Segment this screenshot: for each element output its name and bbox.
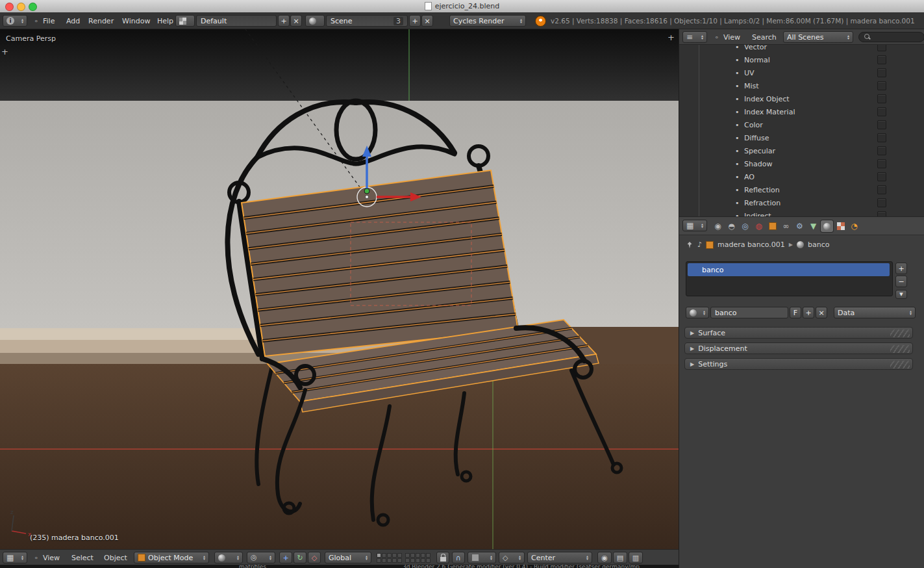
fake-user-button[interactable]: F (790, 307, 801, 318)
region-expand-icon[interactable]: + (1, 47, 8, 56)
outliner-row[interactable]: •Index Material (679, 106, 924, 118)
tab-render[interactable]: ◉ (712, 220, 724, 232)
material-link-dropdown[interactable]: Data ▴▾ (834, 307, 916, 318)
outliner-row[interactable]: •Normal (679, 54, 924, 66)
tab-world[interactable]: ◍ (753, 220, 765, 232)
render-pass-checkbox[interactable] (877, 68, 886, 77)
scene-name-field[interactable]: Scene 3 (326, 15, 408, 27)
render-pass-checkbox[interactable] (877, 55, 886, 64)
slot-specials-dropdown[interactable]: ▼ (895, 290, 907, 299)
add-layout-button[interactable]: + (278, 15, 290, 27)
add-scene-button[interactable]: + (409, 15, 421, 27)
breadcrumb-material[interactable]: banco (808, 240, 829, 249)
outliner-row[interactable]: •Indirect (679, 210, 924, 216)
add-material-slot-button[interactable]: + (895, 263, 907, 274)
render-pass-checkbox[interactable] (877, 133, 886, 142)
render-pass-checkbox[interactable] (877, 107, 886, 116)
panel-surface[interactable]: ▶ Surface (684, 327, 913, 339)
material-slot-list[interactable]: banco (686, 261, 893, 296)
breadcrumb-object[interactable]: madera banco.001 (718, 240, 785, 249)
menu-window[interactable]: Window (117, 12, 155, 29)
delete-scene-button[interactable]: × (421, 15, 433, 27)
delete-layout-button[interactable]: × (290, 15, 302, 27)
manipulator-translate-toggle[interactable]: + (279, 552, 292, 563)
outliner-row[interactable]: •UV (679, 67, 924, 79)
render-pass-checkbox[interactable] (877, 146, 886, 155)
outliner-row[interactable]: •Vector (679, 45, 924, 53)
editor-type-button[interactable]: i ▴▾ (3, 15, 27, 27)
menu-add[interactable]: Add (61, 12, 85, 29)
snap-toggle[interactable]: ∩ (452, 552, 465, 563)
tab-object-data[interactable]: ▼ (807, 220, 819, 232)
tab-constraints[interactable]: ∞ (780, 220, 792, 232)
3d-viewport[interactable]: Camera Persp + + x z (235) madera banco.… (0, 29, 679, 549)
zoom-button[interactable] (29, 3, 37, 11)
material-name-field[interactable]: banco (710, 307, 788, 318)
outliner-row[interactable]: •Color (679, 119, 924, 131)
outliner-row[interactable]: •AO (679, 171, 924, 183)
menu-select[interactable]: Select (66, 550, 99, 565)
material-slot-selected[interactable]: banco (688, 263, 890, 276)
menu-view[interactable]: View (38, 550, 65, 565)
render-pass-checkbox[interactable] (877, 172, 886, 181)
region-expand-icon[interactable]: + (668, 33, 675, 42)
menu-search[interactable]: Search (747, 29, 782, 45)
pivot-point-dropdown[interactable]: ◎ ▴▾ (247, 552, 275, 563)
menu-view[interactable]: View (718, 29, 745, 45)
tab-scene[interactable]: ◎ (739, 220, 751, 232)
render-pass-checkbox[interactable] (877, 45, 886, 51)
render-pass-checkbox[interactable] (877, 81, 886, 90)
tab-physics[interactable]: ◔ (848, 220, 860, 232)
viewport-shading-dropdown[interactable]: ▴▾ (214, 552, 243, 563)
bench-3d-model[interactable] (169, 29, 649, 549)
tab-material[interactable] (821, 220, 833, 232)
tab-texture[interactable] (834, 220, 847, 232)
menu-render[interactable]: Render (83, 12, 119, 29)
menu-file[interactable]: File (38, 12, 60, 29)
opengl-render-button[interactable]: ◉ (597, 552, 612, 563)
manipulator-scale-toggle[interactable]: ◇ (308, 552, 321, 563)
tab-modifiers[interactable]: ⚙ (793, 220, 806, 232)
render-pass-checkbox[interactable] (877, 94, 886, 103)
outliner-row[interactable]: •Refraction (679, 197, 924, 209)
tab-render-layers[interactable]: ◓ (725, 220, 738, 232)
layer-buttons-group-1[interactable] (377, 553, 402, 563)
screen-layout-browse-button[interactable] (175, 15, 195, 27)
screen-layout-name-field[interactable]: Default (196, 15, 277, 27)
browse-material-button[interactable]: ▴▾ (686, 307, 709, 318)
outliner-search-input[interactable] (858, 32, 924, 42)
snap-mode-dropdown[interactable]: ◇ ▴▾ (499, 552, 525, 563)
close-button[interactable] (5, 3, 14, 11)
minimize-button[interactable] (17, 3, 25, 11)
outliner-row[interactable]: •Diffuse (679, 132, 924, 144)
lock-to-scene-toggle[interactable] (436, 552, 449, 563)
mode-dropdown[interactable]: Object Mode ▴▾ (134, 552, 209, 563)
outliner-row[interactable]: •Reflection (679, 184, 924, 196)
render-engine-dropdown[interactable]: Cycles Render ▴▾ (449, 15, 526, 27)
render-pass-checkbox[interactable] (877, 159, 886, 168)
render-preview-button[interactable]: ▥ (629, 552, 643, 563)
opengl-render-anim-button[interactable]: ▤ (613, 552, 627, 563)
editor-type-button[interactable]: ▦ ▴▾ (3, 552, 27, 563)
outliner-row[interactable]: •Shadow (679, 158, 924, 170)
render-pass-checkbox[interactable] (877, 211, 886, 216)
menu-object[interactable]: Object (99, 550, 132, 565)
new-material-button[interactable]: + (803, 307, 814, 318)
panel-settings[interactable]: ▶ Settings (684, 358, 913, 370)
remove-material-slot-button[interactable]: − (895, 276, 907, 287)
menu-help[interactable]: Help (152, 12, 179, 29)
scene-browse-button[interactable] (305, 15, 325, 27)
pin-icon[interactable] (686, 241, 693, 249)
outliner-row[interactable]: •Specular (679, 145, 924, 157)
render-pass-checkbox[interactable] (877, 198, 886, 207)
transform-orientation-dropdown[interactable]: Global ▴▾ (325, 552, 371, 563)
unlink-material-button[interactable]: × (816, 307, 827, 318)
outliner-row[interactable]: •Mist (679, 80, 924, 92)
outliner-row[interactable]: •Index Object (679, 93, 924, 105)
manipulator-rotate-toggle[interactable]: ↻ (293, 552, 306, 563)
render-pass-checkbox[interactable] (877, 185, 886, 194)
tab-object[interactable] (766, 220, 779, 232)
editor-type-button[interactable]: ▦ ▴▾ (682, 220, 707, 231)
layer-buttons-group-2[interactable] (405, 553, 431, 563)
render-pass-checkbox[interactable] (877, 120, 886, 129)
